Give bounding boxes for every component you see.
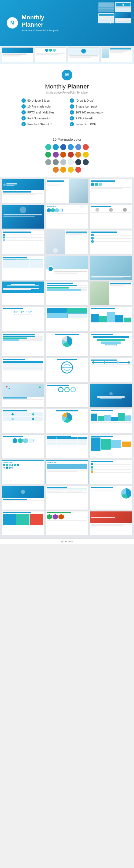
feature-bullet-10: ✓ (70, 122, 74, 126)
slide-40-colorful-templates (2, 511, 44, 535)
hero-thumb-4 (115, 13, 131, 23)
hero-text: Monthly Planner Professional PowerPoint … (22, 14, 58, 32)
color-row-2 (45, 152, 89, 158)
color-dot-13 (45, 159, 51, 165)
color-dot-3 (60, 144, 66, 150)
color-dot-1 (45, 144, 51, 150)
color-dot-18 (83, 159, 89, 165)
feature-bullet-1: ✓ (21, 98, 26, 103)
slide-6-team (90, 205, 132, 229)
slide-38-order-info (46, 486, 88, 510)
top-thumb-1 (2, 47, 34, 62)
color-dot-10 (68, 152, 74, 158)
top-thumb-2 (35, 47, 66, 62)
slides-row-6: 95° 17' 153" (2, 307, 132, 331)
shape-pack-title: Shape pack (3, 462, 43, 463)
feature-8: ✓ 16/9 HD retina ready (70, 110, 113, 115)
feature-7: ✓ Shape icon pack (70, 104, 113, 108)
slides-row-10 (2, 409, 132, 433)
slide-1-label: Monthly Planner (3, 180, 16, 182)
color-dot-4 (68, 144, 74, 150)
feature-bullet-2: ✓ (21, 104, 26, 108)
slides-row-12: Shape pack Click to ed (2, 460, 132, 484)
top-slide-strip (0, 46, 134, 64)
hero-thumb-1 (98, 2, 115, 12)
slide-7 (2, 230, 44, 254)
feature-bullet-9: ✓ (70, 116, 74, 121)
color-dot-22 (75, 167, 81, 173)
slide-41-colorful2 (46, 511, 88, 535)
slide-27-blue-title (90, 383, 132, 408)
slide-23-spider (46, 358, 88, 382)
color-dots (8, 144, 126, 173)
slide-16-stats: 95° 17' 153" (2, 307, 44, 331)
feature-bullet-4: ✓ (21, 116, 26, 121)
slide-9-numbered-list: 1 2 3 (90, 230, 132, 254)
feature-4: ✓ Full/ No animation (21, 116, 64, 121)
color-dot-16 (68, 159, 74, 165)
slide-18-bar-chart (90, 307, 132, 331)
slide-15-plant-photo (90, 281, 132, 306)
slide-32-table2 (46, 435, 88, 459)
color-dot-14 (53, 159, 59, 165)
slide-8-photo-text (46, 230, 88, 254)
feature-10: ✓ Instruction.PDF (70, 122, 113, 126)
color-dot-21 (68, 167, 74, 173)
feature-label-6: "Drag & Drop" (76, 99, 94, 102)
slide-22-table (2, 358, 44, 382)
color-row-4 (53, 167, 81, 173)
slide-12-full-photo (90, 256, 132, 280)
slide-20-donut (46, 332, 88, 356)
top-thumb-4 (100, 47, 132, 62)
color-dot-12 (83, 152, 89, 158)
color-dot-5 (75, 144, 81, 150)
colors-section: 10 Pre-made color (0, 136, 134, 178)
slides-row-8 (2, 358, 132, 382)
feature-bullet-3: ✓ (21, 110, 26, 115)
top-thumb-3 (68, 47, 99, 62)
slide-35-click-edit: Click to edit (46, 460, 88, 484)
watermark-text: gfxtra.com (61, 540, 73, 542)
color-dot-7 (45, 152, 51, 158)
slide-14-progress (46, 281, 88, 306)
slide-19-progress-chart (2, 332, 44, 356)
slides-gallery: Monthly Planner Monthly Planner (0, 178, 134, 538)
slide-17-info-blocks (46, 307, 88, 331)
slide-5-infographic: INFOGRAPHIC (46, 205, 88, 229)
slide-10-columns (2, 256, 44, 280)
slide-42-red-template (90, 511, 132, 535)
hero-subtitle: Professional PowerPoint Template (22, 29, 58, 32)
color-dot-2 (53, 144, 59, 150)
slides-row-1: Monthly Planner Monthly Planner (2, 179, 132, 203)
hero-thumb-2 (115, 2, 131, 12)
feature-label-9: 2 Click to edit (76, 117, 93, 120)
click-to-edit-label: Click to edit (47, 462, 87, 463)
hero-section: M Monthly Planner Professional PowerPoin… (0, 0, 134, 46)
slides-row-5 (2, 281, 132, 306)
color-dot-11 (75, 152, 81, 158)
slide-34-shape-pack: Shape pack (2, 460, 44, 484)
hero-thumb-3 (98, 13, 115, 23)
slide-2-photo: Monthly Planner (46, 179, 88, 203)
slides-row-4 (2, 256, 132, 280)
slide-21-funnel (90, 332, 132, 356)
slide-11-photo-overlap (46, 256, 88, 280)
feature-1: ✓ 50 Unique Slides (21, 98, 64, 103)
slide-36-multicolor-list (90, 460, 132, 484)
slides-row-11 (2, 435, 132, 459)
slide-37-monthly-cover (2, 486, 44, 510)
color-dot-6 (83, 144, 89, 150)
feature-bullet-8: ✓ (70, 110, 74, 115)
slide-29-pie (46, 409, 88, 433)
feature-label-1: 50 Unique Slides (27, 99, 50, 102)
slides-row-9: 1 2 3 (2, 383, 132, 408)
color-dot-17 (75, 159, 81, 165)
hero-title: Monthly Planner (22, 14, 58, 28)
slide-25-map (2, 383, 44, 408)
watermark-label: gfxtra.com (0, 538, 134, 544)
slide-4 (2, 205, 44, 229)
colors-title: 10 Pre-made color (8, 137, 126, 142)
feature-label-10: Instruction.PDF (76, 123, 96, 126)
slide-26-circles-infographic: 1 2 3 (46, 383, 88, 408)
info-subtitle: Multipurpose PowerPoint Template (8, 91, 126, 94)
